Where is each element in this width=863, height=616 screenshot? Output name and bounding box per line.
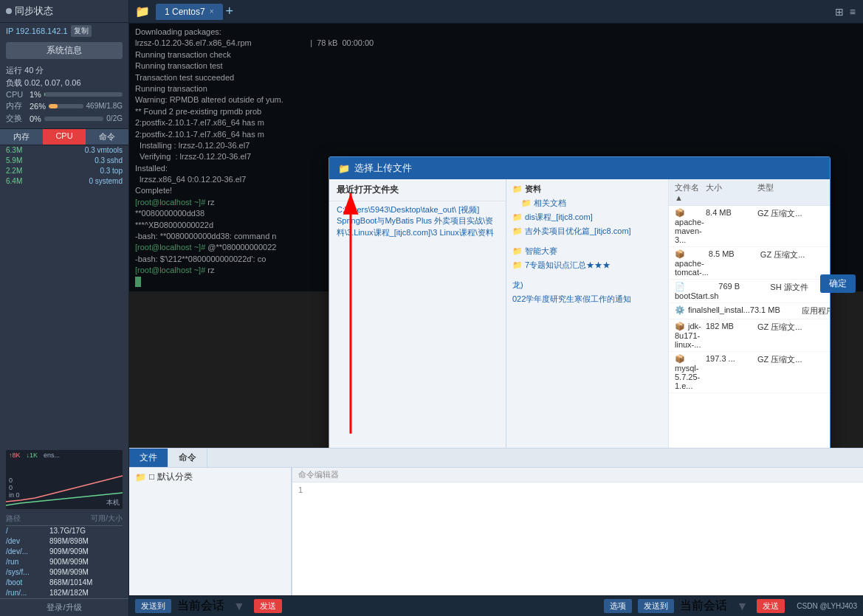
login-upgrade-button[interactable]: 登录/升级 (0, 598, 128, 616)
file-list-row[interactable]: 📦apache-tomcat-... 8.5 MB GZ 压缩文... (669, 247, 830, 280)
list-view-icon[interactable]: ≡ (848, 4, 857, 19)
mem-label: 内存 (6, 100, 27, 111)
list-item: /run 900M/909M (6, 557, 123, 567)
tab-file[interactable]: 文件 (129, 449, 168, 467)
grid-view-icon[interactable]: ⊞ (833, 4, 845, 19)
send-to-button[interactable]: 发送到 (135, 599, 171, 613)
file-bottom-content: 📁 □ 默认分类 命令编辑器 1 (129, 468, 863, 595)
cmd-editor-header: 命令编辑器 (292, 468, 863, 482)
cmd-editor-body[interactable]: 1 (292, 482, 863, 595)
mem-value: 26% (30, 102, 46, 111)
recent-folder-item[interactable]: C:\Users\5943\Desktop\take_out\ [视频] Spr… (329, 201, 506, 242)
send-button[interactable]: 发送 (254, 599, 282, 613)
tab-centos7[interactable]: 1 Centos7 × (156, 4, 223, 20)
current-session-right-label: 当前会话 (680, 598, 727, 614)
cpu-bar-fill (44, 92, 45, 97)
list-item: /boot 868M/1014M (6, 578, 123, 588)
sync-status: 同步状态 (6, 4, 53, 18)
mem-detail: 469M/1.8G (86, 102, 123, 110)
subfolder-item[interactable]: 022学年度研究生寒假工作的通知 (509, 292, 665, 306)
sys-info-button[interactable]: 系统信息 (6, 42, 123, 59)
mem-bar-fill (49, 104, 58, 108)
list-item: /run/... 182M/182M (6, 588, 123, 598)
load-label: 负载 0.02, 0.07, 0.06 (6, 77, 81, 89)
subfolder-item[interactable]: 📁 dis课程_[itjc8.com] (509, 210, 665, 224)
list-item: /dev/... 909M/909M (6, 547, 123, 557)
send-right-button[interactable]: 发送 (757, 599, 785, 613)
subfolder-item[interactable]: 📁 智能大赛 (509, 244, 665, 258)
bottom-bar-right: 选项 发送到 当前会话 ▼ 发送 CSDN @LYHJ403 (604, 598, 857, 614)
option-button[interactable]: 选项 (604, 599, 632, 613)
net-chart: ↑8K ↓1K ens... 本机 in 0 0 0 (6, 450, 123, 509)
tab-icons: ⊞ ≡ (833, 4, 857, 19)
list-item: / 13.7G/17G (6, 526, 123, 536)
upload-header: 📁 选择上传文件 (329, 157, 830, 179)
list-item: 2.2M 0.3 top (0, 166, 128, 176)
net-local-label: 本机 (106, 498, 120, 508)
cpu-bar-bg (44, 92, 123, 97)
folder-list: 📁 资料 📁 相关文档 📁 dis课程_[itjc8.com] 📁 吉外卖项目优… (506, 179, 669, 448)
cpu-label: CPU (6, 90, 27, 99)
home-icon[interactable]: 📁 (135, 4, 150, 18)
list-item: /dev 898M/898M (6, 536, 123, 547)
subfolder-item[interactable]: 📁 相关文档 (509, 196, 665, 210)
ip-row: IP 192.168.142.1 复制 (0, 23, 128, 39)
file-type-header: 类型 (757, 182, 824, 202)
sidebar: 同步状态 IP 192.168.142.1 复制 系统信息 运行 40 分 负载… (0, 0, 129, 616)
file-browser: 📁 资料 📁 相关文档 📁 dis课程_[itjc8.com] 📁 吉外卖项目优… (506, 179, 830, 448)
file-list-area: 📦apache-maven-3... 8.4 MB GZ 压缩文... 📦apa… (669, 206, 830, 448)
subfolder-item[interactable]: 📁 7专题知识点汇总★★★ (509, 258, 665, 272)
disk-usage-header: 可用/大小 (91, 513, 123, 524)
cpu-value: 1% (30, 90, 41, 99)
sidebar-header: 同步状态 (0, 0, 128, 23)
swap-label: 交换 (6, 113, 27, 124)
file-list-container: 文件名 ▲ 大小 类型 📦apache-maven-3... 8.4 MB GZ… (669, 179, 830, 448)
file-list-row[interactable]: 📦apache-maven-3... 8.4 MB GZ 压缩文... (669, 206, 830, 247)
upload-title: 选择上传文件 (354, 162, 412, 175)
sidebar-tabs: 内存 CPU 命令 (0, 128, 128, 145)
tab-add-button[interactable]: + (226, 4, 234, 19)
list-item: 5.9M 0.3 sshd (0, 156, 128, 166)
file-list-row[interactable]: 📦jdk-8u171-linux-... 182 MB GZ 压缩文... (669, 319, 830, 352)
net-in-label: in 0 (9, 491, 20, 499)
upload-right-panel: 📁 资料 📁 相关文档 📁 dis课程_[itjc8.com] 📁 吉外卖项目优… (506, 179, 830, 448)
send-to-right-button[interactable]: 发送到 (638, 599, 674, 613)
file-list-row[interactable]: 📦mysql-5.7.25-1.e... 197.3 ... GZ 压缩文... (669, 352, 830, 393)
disk-path-header: 路径 (6, 513, 21, 524)
tab-command[interactable]: 命令 (86, 129, 128, 145)
net-down-label: ↓1K (27, 451, 38, 459)
sync-dot-icon (6, 8, 12, 14)
upload-body: 最近打开文件夹 C:\Users\5943\Desktop\take_out\ … (329, 179, 830, 448)
swap-detail: 0/2G (106, 114, 123, 122)
list-item: 6.3M 0.3 vmtools (0, 145, 128, 156)
file-list-row[interactable]: 📄bootStart.sh 769 B SH 源文件 (669, 280, 830, 303)
file-size-header: 大小 (706, 182, 757, 202)
sidebar-stats: 运行 40 分 负载 0.02, 0.07, 0.06 CPU 1% 内存 26… (0, 62, 128, 128)
tab-cpu[interactable]: CPU (43, 129, 86, 145)
net-interface-label: ens... (44, 451, 60, 459)
load-row: 负载 0.02, 0.07, 0.06 (6, 77, 123, 89)
confirm-button[interactable]: 确定 (820, 274, 856, 293)
folder-root: 📁 资料 (509, 182, 665, 196)
folder-small-icon: 📁 (135, 472, 146, 482)
net-chart-svg (6, 450, 123, 509)
tab-close-icon[interactable]: × (210, 7, 214, 15)
subfolder-item[interactable]: 📁 吉外卖项目优化篇_[itjc8.com] (509, 224, 665, 238)
file-list-row[interactable]: ⚙️finalshell_instal... 73.1 MB 应用程序 (669, 303, 830, 319)
runtime-row: 运行 40 分 (6, 65, 123, 76)
default-category: 📁 □ 默认分类 (135, 471, 285, 483)
swap-value: 0% (30, 114, 41, 123)
copy-button[interactable]: 复制 (71, 25, 92, 37)
file-cmd-tabs: 文件 命令 (129, 449, 863, 468)
list-item: /sys/f... 909M/909M (6, 567, 123, 578)
tab-memory[interactable]: 内存 (0, 129, 43, 145)
runtime-label: 运行 40 分 (6, 65, 44, 76)
tab-cmd[interactable]: 命令 (168, 449, 207, 467)
subfolder-item[interactable]: 龙) (509, 278, 665, 292)
cmd-editor: 命令编辑器 1 (292, 468, 863, 595)
ip-text: IP 192.168.142.1 (6, 27, 68, 35)
list-item: 6.4M 0 systemd (0, 176, 128, 187)
upload-left-panel: 最近打开文件夹 C:\Users\5943\Desktop\take_out\ … (329, 179, 506, 448)
process-list: 6.3M 0.3 vmtools 5.9M 0.3 sshd 2.2M 0.3 … (0, 145, 128, 447)
file-right-panel: 命令编辑器 1 (292, 468, 863, 595)
